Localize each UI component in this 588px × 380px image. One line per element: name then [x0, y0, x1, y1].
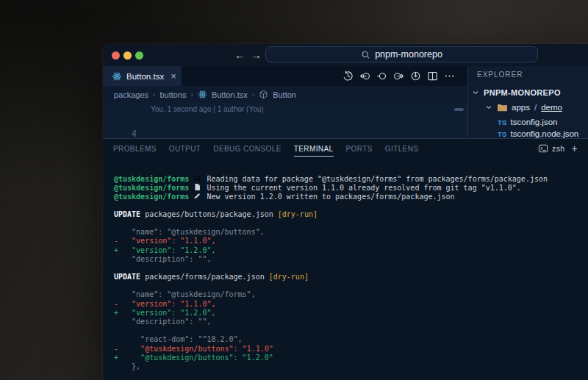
titlebar: ← → pnpm-monorepo [103, 44, 588, 66]
terminal-text: @tuskdesign/forms [114, 193, 189, 201]
search-value: pnpm-monorepo [375, 49, 442, 60]
explorer-sidebar: EXPLORER PNPM-MONOREPO apps/demo TS tsco… [467, 66, 588, 138]
terminal-text: "react-dom": "^18.2.0", [114, 335, 243, 343]
terminal-text: }, [114, 362, 140, 370]
window-controls [112, 44, 143, 66]
new-terminal-button[interactable]: + [572, 143, 578, 154]
terminal-line [114, 282, 588, 290]
explorer-file-tsconfig[interactable]: TS tsconfig.json [498, 116, 557, 128]
typescript-icon: TS [498, 130, 507, 138]
terminal-text: + "version": "1.2.0", [114, 309, 215, 317]
code-line-next: 5 [103, 128, 467, 138]
file-label: tsconfig.node.json [511, 129, 579, 138]
file-label: tsconfig.json [511, 118, 558, 126]
maximize-window-button[interactable] [135, 51, 143, 60]
split-editor-icon[interactable] [427, 71, 438, 82]
react-icon [112, 71, 122, 82]
search-icon [361, 50, 370, 60]
terminal-line: @tuskdesign/forms New version 1.2.0 writ… [114, 192, 588, 201]
command-center-search[interactable]: pnpm-monorepo [265, 46, 538, 62]
panel-tab-gitlens[interactable]: GITLENS [385, 145, 419, 153]
breadcrumb-separator: › [191, 90, 193, 98]
terminal-text: [dry-run] [278, 210, 318, 218]
folder-path-prefix: apps [512, 103, 530, 112]
breadcrumb-item-packages[interactable]: packages [114, 90, 148, 99]
terminal-text: packages/buttons/package.json [140, 210, 278, 218]
search-icon [193, 174, 202, 182]
breadcrumb-item-buttons[interactable]: buttons [159, 90, 186, 99]
terminal-controls: zsh + [538, 139, 578, 158]
close-tab-button[interactable]: × [171, 71, 176, 82]
terminal-text: - "version": "1.1.0", [114, 300, 215, 308]
terminal-text: + "version": "1.2.0", [114, 246, 215, 254]
terminal-text: @tuskdesign/forms [114, 184, 189, 192]
panel-tab-terminal[interactable]: TERMINAL [294, 145, 334, 157]
explorer-file-tsconfig-node[interactable]: TS tsconfig.node.json [498, 128, 578, 138]
terminal-line [114, 219, 588, 228]
terminal-line: - "version": "1.1.0", [114, 300, 588, 309]
explorer-root-folder[interactable]: PNPM-MONOREPO [471, 87, 561, 98]
terminal-line: UPDATE packages/buttons/package.json [dr… [114, 210, 588, 219]
terminal-line: "description": "", [114, 318, 588, 326]
run-icon[interactable] [410, 71, 421, 82]
panel-tab-debug-console[interactable]: DEBUG CONSOLE [213, 145, 281, 153]
terminal-line: UPDATE packages/forms/package.json [dry-… [114, 273, 588, 282]
previous-change-icon[interactable] [359, 71, 370, 82]
typescript-icon: TS [498, 118, 507, 126]
breadcrumb-item-file[interactable]: Button.tsx [212, 90, 248, 99]
terminal-line: "name": "@tuskdesign/forms", [114, 290, 588, 299]
tab-button-tsx[interactable]: Button.tsx × [103, 66, 182, 86]
more-actions-icon[interactable] [444, 71, 455, 82]
terminal-text: "description": "", [114, 255, 211, 263]
git-blame-annotation[interactable]: You, 1 second ago | 1 author (You) [151, 105, 264, 113]
next-change-icon[interactable] [393, 71, 404, 82]
pencil-icon [193, 192, 202, 200]
breadcrumb-item-symbol[interactable]: Button [273, 90, 296, 99]
chevron-down-icon [484, 103, 493, 112]
terminal-text: packages/forms/package.json [140, 273, 269, 281]
panel-tab-problems[interactable]: PROBLEMS [113, 145, 157, 153]
bottom-panel: PROBLEMS OUTPUT DEBUG CONSOLE TERMINAL P… [103, 138, 588, 380]
terminal-text: "name": "@tuskdesign/buttons", [114, 228, 265, 236]
terminal-line [114, 264, 588, 273]
terminal-text: @tuskdesign/forms [114, 175, 189, 183]
terminal-line: - "version": "1.1.0", [114, 237, 588, 245]
terminal-text: - "version": "1.1.0", [114, 237, 215, 245]
folder-path-separator: / [534, 103, 537, 112]
editor-scrollbar-thumb[interactable] [454, 108, 464, 111]
terminal-content[interactable]: @tuskdesign/forms Reading data for packa… [114, 174, 588, 380]
shell-label[interactable]: zsh [552, 144, 565, 153]
terminal-text: - "@tuskdesign/buttons": "1.1.0" [114, 345, 273, 353]
terminal-line: "react-dom": "^18.2.0", [114, 335, 588, 344]
minimize-window-button[interactable] [123, 51, 132, 60]
explorer-folder-apps-demo[interactable]: apps/demo [484, 101, 562, 113]
terminal-text: + "@tuskdesign/buttons": "1.2.0" [114, 354, 273, 362]
terminal-line: + "@tuskdesign/buttons": "1.2.0" [114, 354, 588, 362]
panel-tab-ports[interactable]: PORTS [346, 145, 373, 153]
terminal-text: UPDATE [114, 273, 140, 281]
panel-tab-output[interactable]: OUTPUT [169, 145, 201, 153]
panel-tab-bar: PROBLEMS OUTPUT DEBUG CONSOLE TERMINAL P… [103, 139, 588, 158]
close-window-button[interactable] [112, 51, 120, 60]
navigate-back-button[interactable]: ← [234, 44, 245, 66]
breadcrumb-separator: › [252, 90, 254, 98]
terminal-line [114, 201, 588, 210]
history-icon[interactable] [343, 71, 354, 82]
terminal-icon [538, 143, 548, 154]
terminal-text: "description": "", [114, 318, 211, 326]
desktop-background: ← → pnpm-monorepo Button.tsx × [0, 0, 588, 380]
folder-icon [497, 103, 508, 112]
folder-name-demo[interactable]: demo [541, 103, 562, 112]
explorer-header: EXPLORER [477, 71, 523, 79]
code-editor[interactable]: You, 1 second ago | 1 author (You) 4 imp… [103, 103, 467, 138]
terminal-text: New version 1.2.0 written to packages/fo… [202, 193, 454, 201]
editor-actions [343, 66, 455, 86]
terminal-line: @tuskdesign/forms Using the current vers… [114, 183, 588, 192]
breadcrumb-separator: › [153, 90, 155, 98]
terminal-text: Using the current version 1.1.0 already … [202, 184, 520, 192]
navigate-forward-button[interactable]: → [251, 44, 262, 66]
terminal-line: + "version": "1.2.0", [114, 246, 588, 255]
vscode-window: ← → pnpm-monorepo Button.tsx × [103, 44, 588, 380]
chevron-down-icon [471, 88, 480, 97]
open-changes-icon[interactable] [376, 71, 387, 82]
